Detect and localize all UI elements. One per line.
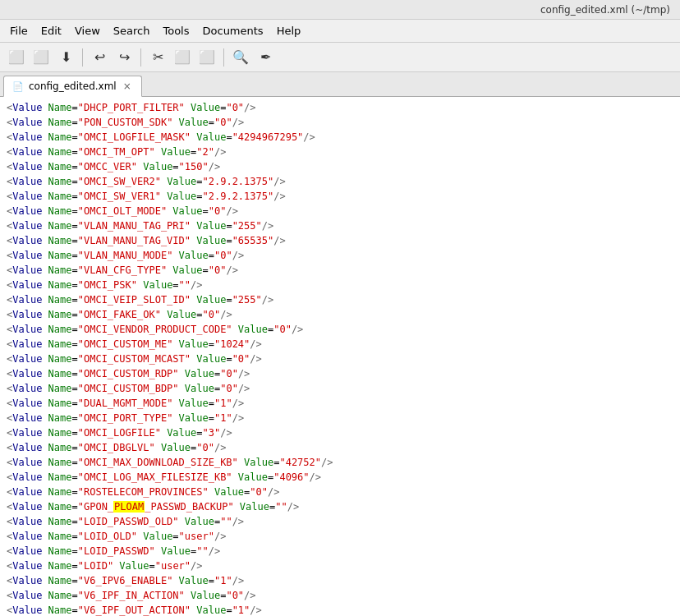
code-line: <Value Name="OMCI_PORT_TYPE" Value="1"/> [7, 411, 673, 425]
new-window-btn[interactable]: ⬜ [30, 46, 53, 69]
code-line: <Value Name="V6_IPF_OUT_ACTION" Value="1… [7, 603, 673, 616]
code-line: <Value Name="VLAN_MANU_MODE" Value="0"/> [7, 248, 673, 263]
file-icon: 📄 [12, 81, 24, 92]
menu-item-documents[interactable]: Documents [196, 22, 270, 39]
code-line: <Value Name="ROSTELECOM_PROVINCES" Value… [7, 485, 673, 499]
menu-item-file[interactable]: File [3, 22, 34, 39]
toolbar-separator [223, 48, 224, 67]
redo-btn[interactable]: ↪ [113, 46, 136, 69]
tab-bar: 📄 config_edited.xml × [0, 72, 680, 97]
code-line: <Value Name="OMCI_CUSTOM_BDP" Value="0"/… [7, 381, 673, 396]
code-line: <Value Name="OMCI_LOGFILE_MASK" Value="4… [7, 130, 673, 145]
code-line: <Value Name="OMCI_DBGLVL" Value="0"/> [7, 440, 673, 455]
code-line: <Value Name="OMCI_SW_VER1" Value="2.9.2.… [7, 189, 673, 204]
code-line: <Value Name="OMCI_PSK" Value=""/> [7, 278, 673, 292]
code-line: <Value Name="OMCI_SW_VER2" Value="2.9.2.… [7, 174, 673, 189]
toolbar-separator [82, 48, 83, 67]
code-line: <Value Name="OMCI_CUSTOM_RDP" Value="0"/… [7, 366, 673, 381]
code-line: <Value Name="OMCI_VENDOR_PRODUCT_CODE" V… [7, 322, 673, 337]
copy-btn[interactable]: ⬜ [171, 46, 194, 69]
code-line: <Value Name="DUAL_MGMT_MODE" Value="1"/> [7, 396, 673, 411]
code-line: <Value Name="OMCI_OLT_MODE" Value="0"/> [7, 204, 673, 218]
menu-bar: FileEditViewSearchToolsDocumentsHelp [0, 20, 680, 43]
cut-btn[interactable]: ✂ [146, 46, 169, 69]
code-area[interactable]: <Value Name="DHCP_PORT_FILTER" Value="0"… [0, 97, 680, 616]
tab-close-btn[interactable]: × [122, 80, 133, 92]
code-line: <Value Name="LOID_PASSWD" Value=""/> [7, 544, 673, 559]
code-line: <Value Name="LOID_PASSWD_OLD" Value=""/> [7, 514, 673, 529]
code-line: <Value Name="OMCI_LOG_MAX_FILESIZE_KB" V… [7, 470, 673, 485]
code-line: <Value Name="LOID" Value="user"/> [7, 559, 673, 573]
new-file-btn[interactable]: ⬜ [5, 46, 28, 69]
window-title: config_edited.xml (~/tmp) [540, 4, 670, 16]
code-line: <Value Name="VLAN_MANU_TAG_VID" Value="6… [7, 233, 673, 248]
title-bar: config_edited.xml (~/tmp) [0, 0, 680, 20]
menu-item-search[interactable]: Search [107, 22, 157, 39]
paste-btn[interactable]: ⬜ [195, 46, 218, 69]
code-line: <Value Name="VLAN_CFG_TYPE" Value="0"/> [7, 263, 673, 278]
code-line: <Value Name="OMCI_LOGFILE" Value="3"/> [7, 425, 673, 440]
code-line: <Value Name="PON_CUSTOM_SDK" Value="0"/> [7, 115, 673, 130]
code-content: <Value Name="DHCP_PORT_FILTER" Value="0"… [0, 97, 680, 616]
code-line: <Value Name="V6_IPF_IN_ACTION" Value="0"… [7, 588, 673, 603]
code-line: <Value Name="OMCI_FAKE_OK" Value="0"/> [7, 307, 673, 322]
code-line: <Value Name="OMCI_TM_OPT" Value="2"/> [7, 145, 673, 159]
menu-item-help[interactable]: Help [270, 22, 308, 39]
tab-label: config_edited.xml [29, 80, 117, 92]
code-line: <Value Name="DHCP_PORT_FILTER" Value="0"… [7, 100, 673, 115]
code-line: <Value Name="OMCI_MAX_DOWNLOAD_SIZE_KB" … [7, 455, 673, 470]
replace-btn[interactable]: ✒ [254, 46, 277, 69]
code-line: <Value Name="V6_IPV6_ENABLE" Value="1"/> [7, 573, 673, 588]
undo-btn[interactable]: ↩ [88, 46, 111, 69]
code-line: <Value Name="GPON_PLOAM_PASSWD_BACKUP" V… [7, 499, 673, 514]
toolbar-separator [140, 48, 141, 67]
code-line: <Value Name="VLAN_MANU_TAG_PRI" Value="2… [7, 218, 673, 233]
code-line: <Value Name="LOID_OLD" Value="user"/> [7, 529, 673, 544]
menu-item-view[interactable]: View [68, 22, 107, 39]
menu-item-tools[interactable]: Tools [156, 22, 195, 39]
menu-item-edit[interactable]: Edit [34, 22, 68, 39]
toolbar: ⬜⬜⬇↩↪✂⬜⬜🔍✒ [0, 43, 680, 72]
code-line: <Value Name="OMCC_VER" Value="150"/> [7, 159, 673, 174]
code-line: <Value Name="OMCI_VEIP_SLOT_ID" Value="2… [7, 292, 673, 307]
code-line: <Value Name="OMCI_CUSTOM_ME" Value="1024… [7, 337, 673, 352]
open-btn[interactable]: ⬇ [54, 46, 77, 69]
tab-config-edited-xml[interactable]: 📄 config_edited.xml × [3, 76, 142, 97]
find-btn[interactable]: 🔍 [229, 46, 252, 69]
code-line: <Value Name="OMCI_CUSTOM_MCAST" Value="0… [7, 352, 673, 366]
